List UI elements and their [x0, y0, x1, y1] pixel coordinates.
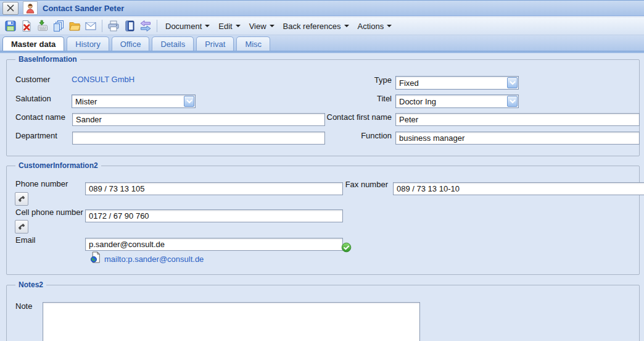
email-input[interactable] [85, 238, 343, 251]
toolbar-separator [157, 20, 157, 32]
copy-button[interactable] [51, 19, 67, 34]
delete-button[interactable] [19, 19, 35, 34]
salutation-select[interactable]: Mister [72, 95, 196, 108]
contact-first-name-input[interactable] [395, 113, 640, 126]
email-valid-icon [341, 242, 352, 255]
fax-number-label: Fax number [303, 180, 388, 189]
dial-cell-phone-button[interactable] [15, 220, 28, 234]
note-textarea[interactable] [43, 302, 420, 341]
customer-label: Customer [15, 75, 50, 84]
import-button[interactable] [35, 19, 51, 34]
chevron-down-icon[interactable] [184, 96, 194, 107]
customer-information2-fieldset: CustomerInformation2 Phone number Fax nu… [6, 166, 640, 275]
close-icon [6, 4, 15, 12]
save-button[interactable] [2, 19, 19, 34]
fax-number-input[interactable] [393, 182, 644, 195]
type-select-value: Fixed [399, 78, 419, 88]
titel-label: Titel [303, 94, 392, 103]
fieldset-legend: Notes2 [15, 280, 46, 289]
window-close-button[interactable] [2, 2, 19, 15]
tab-history[interactable]: History [67, 36, 109, 51]
menu-view-label: View [249, 22, 266, 31]
fieldset-legend: BaseInformation [15, 55, 80, 64]
titel-select-value: Doctor Ing [399, 97, 436, 106]
function-input[interactable] [395, 132, 640, 145]
book-icon [123, 20, 136, 32]
salutation-select-value: Mister [75, 97, 97, 106]
window-title-bar: Contact Sander Peter [0, 0, 644, 16]
cell-phone-number-input[interactable] [85, 209, 343, 222]
journal-button[interactable] [122, 19, 138, 34]
folder-icon [68, 20, 81, 32]
print-icon [107, 20, 120, 32]
dial-phone-button[interactable] [15, 192, 28, 206]
contact-name-label: Contact name [15, 112, 65, 122]
contact-avatar [23, 1, 38, 15]
sync-arrows-icon [139, 20, 152, 32]
phone-icon [17, 222, 27, 232]
copy-icon [52, 20, 65, 32]
cell-phone-number-label: Cell phone number [15, 208, 83, 217]
open-folder-button[interactable] [67, 19, 83, 34]
menu-actions[interactable]: Actions [353, 20, 396, 33]
toolbar-separator [102, 20, 102, 32]
menu-back-references[interactable]: Back references [278, 20, 353, 33]
department-input[interactable] [72, 132, 325, 145]
notes2-fieldset: Notes2 Note [6, 285, 640, 341]
function-label: Function [315, 131, 392, 140]
menu-edit-label: Edit [218, 22, 232, 31]
master-data-panel: BaseInformation Customer CONSULT GmbH Ty… [0, 53, 644, 341]
customer-link[interactable]: CONSULT GmbH [72, 75, 134, 84]
tab-strip: Master data History Office Details Priva… [0, 35, 644, 51]
type-label: Type [303, 75, 392, 85]
tab-master-data[interactable]: Master data [2, 36, 64, 51]
fieldset-legend: CustomerInformation2 [15, 161, 101, 170]
mail-icon [85, 20, 97, 32]
menu-view[interactable]: View [244, 20, 278, 33]
tab-office[interactable]: Office [112, 36, 150, 51]
email-label: Email [15, 235, 36, 245]
contact-name-input[interactable] [72, 113, 325, 126]
page-title: Contact Sander Peter [43, 4, 124, 13]
person-icon [25, 2, 36, 14]
chevron-down-icon[interactable] [507, 77, 518, 88]
menu-document-label: Document [165, 22, 202, 31]
department-label: Department [15, 131, 57, 140]
contact-first-name-label: Contact first name [315, 112, 392, 122]
menu-document[interactable]: Document [160, 20, 213, 33]
print-button[interactable] [105, 19, 122, 34]
mailto-link[interactable]: mailto:p.sander@consult.de [104, 255, 204, 264]
tab-misc[interactable]: Misc [236, 36, 270, 51]
mail-button[interactable] [83, 19, 99, 34]
salutation-label: Salutation [15, 94, 51, 103]
delete-icon [20, 20, 33, 32]
tab-privat[interactable]: Privat [196, 36, 234, 51]
tab-details[interactable]: Details [152, 36, 194, 51]
transfer-button[interactable] [138, 19, 154, 34]
phone-icon [17, 194, 27, 204]
toolbar: Document Edit View Back references Actio… [0, 17, 644, 35]
chevron-down-icon[interactable] [507, 96, 518, 107]
menu-actions-label: Actions [358, 22, 384, 31]
type-select[interactable]: Fixed [395, 76, 519, 90]
menu-back-references-label: Back references [283, 22, 341, 31]
menu-edit[interactable]: Edit [213, 20, 244, 33]
import-icon [36, 20, 49, 32]
save-icon [4, 20, 17, 32]
note-label: Note [15, 301, 32, 311]
internet-shortcut-icon [90, 251, 101, 266]
base-information-fieldset: BaseInformation Customer CONSULT GmbH Ty… [6, 59, 640, 156]
titel-select[interactable]: Doctor Ing [395, 95, 519, 108]
phone-number-label: Phone number [15, 179, 68, 188]
